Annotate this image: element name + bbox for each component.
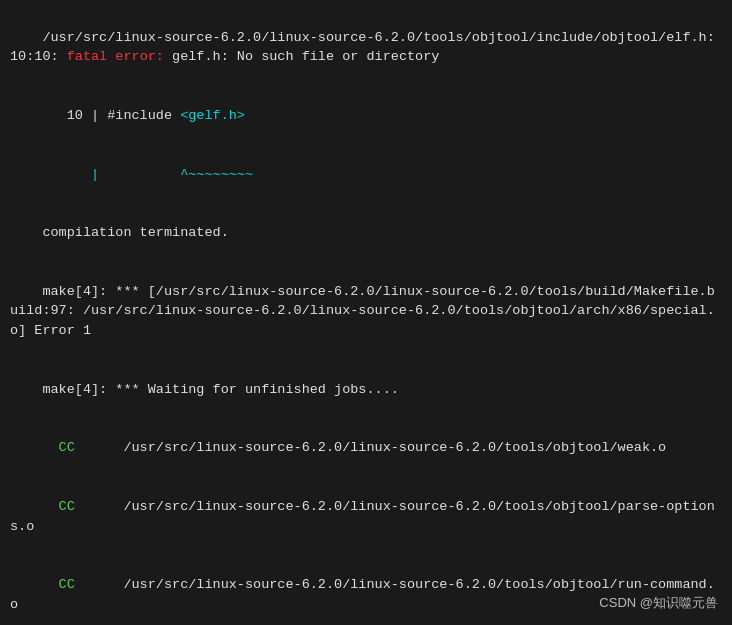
terminal-line: | ^~~~~~~~~: [10, 145, 722, 204]
compile-terminated: compilation terminated.: [42, 225, 228, 240]
terminal-line: CC /usr/src/linux-source-6.2.0/linux-sou…: [10, 478, 722, 556]
error-label: fatal error:: [67, 49, 172, 64]
line-text: 10 | #include: [42, 108, 180, 123]
make-error: make[4]: *** [/usr/src/linux-source-6.2.…: [10, 284, 715, 338]
cc-label: CC: [42, 440, 74, 455]
terminal-window: /usr/src/linux-source-6.2.0/linux-source…: [0, 0, 732, 625]
terminal-line: 10 | #include <gelf.h>: [10, 86, 722, 145]
caret-line: | ^~~~~~~~~: [42, 167, 253, 182]
watermark: CSDN @知识噬元兽: [599, 594, 718, 613]
terminal-line: make[4]: *** Waiting for unfinished jobs…: [10, 360, 722, 419]
make-waiting: make[4]: *** Waiting for unfinished jobs…: [42, 382, 398, 397]
terminal-line: compilation terminated.: [10, 204, 722, 263]
terminal-line: /usr/src/linux-source-6.2.0/linux-source…: [10, 8, 722, 86]
cc-path: /usr/src/linux-source-6.2.0/linux-source…: [75, 440, 666, 455]
cc-label: CC: [42, 577, 74, 592]
cc-path: /usr/src/linux-source-6.2.0/linux-source…: [10, 499, 715, 534]
error-msg: gelf.h: No such file or directory: [172, 49, 439, 64]
terminal-line: make[4]: *** [/usr/src/linux-source-6.2.…: [10, 262, 722, 360]
cc-label: CC: [42, 499, 74, 514]
terminal-line: CC /usr/src/linux-source-6.2.0/linux-sou…: [10, 556, 722, 625]
include-file: <gelf.h>: [180, 108, 245, 123]
terminal-line: CC /usr/src/linux-source-6.2.0/linux-sou…: [10, 419, 722, 478]
